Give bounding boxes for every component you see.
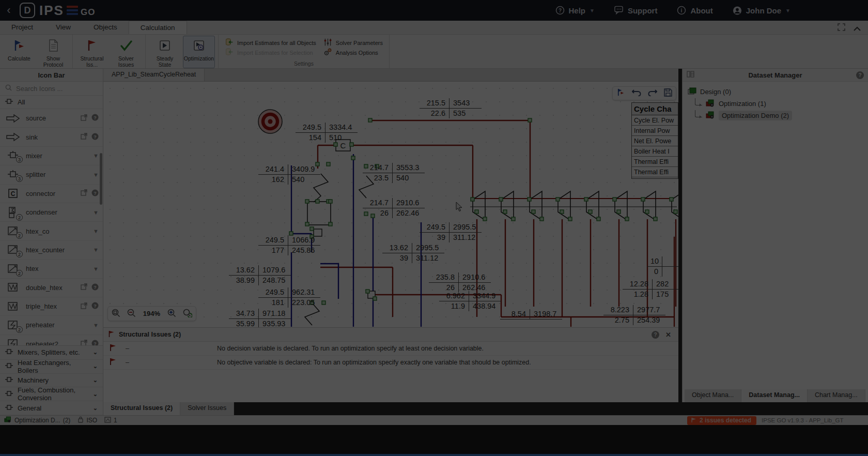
menu-tab-calculation[interactable]: Calculation <box>129 21 187 34</box>
show-protocol-button[interactable]: Show Protocol <box>37 36 69 68</box>
sidebar-item-connector[interactable]: Cconnector? <box>0 185 103 203</box>
search-icons-input[interactable]: Search Icons ... <box>0 82 103 96</box>
sidebar-item-condenser[interactable]: 2condenser▼ <box>0 203 103 222</box>
sidebar-category-mixers-splitters-etc-[interactable]: Mixers, Splitters, etc.⌄ <box>0 346 103 360</box>
sidebar-item-splitter[interactable]: 3splitter▼ <box>0 165 103 184</box>
menu-tab-view[interactable]: View <box>44 21 82 34</box>
zoom-in-icon[interactable] <box>167 309 176 319</box>
fullscreen-icon[interactable] <box>838 23 845 33</box>
chevron-down-icon[interactable]: ▼ <box>93 153 99 159</box>
redo-icon[interactable] <box>648 88 657 98</box>
chevron-down-icon[interactable]: ▼ <box>93 228 99 234</box>
sidebar-item-sink[interactable]: sink? <box>0 128 103 146</box>
save-icon[interactable] <box>664 88 672 99</box>
tab-chart-manag-[interactable]: Chart Manag... <box>808 389 865 402</box>
optimization-button[interactable]: Optimization <box>183 36 215 68</box>
sidebar-category-fuels-combustion-conversion[interactable]: Fuels, Combustion, Conversion⌄ <box>0 387 103 401</box>
chevron-down-icon[interactable]: ▼ <box>93 209 99 216</box>
sidebar-item-triple_htex[interactable]: triple_htex? <box>0 297 103 316</box>
sidebar-item-label: preheater <box>26 321 93 329</box>
menu-tab-objects[interactable]: Objects <box>82 21 129 34</box>
panel-toggle-icon[interactable] <box>687 70 694 80</box>
zoom-out-icon[interactable] <box>127 309 136 319</box>
sidebar-item-htex[interactable]: 2htex▼ <box>0 260 103 278</box>
sidebar-item-all[interactable]: All <box>0 96 103 109</box>
sidebar-item-preheater2[interactable]: preheater2? <box>0 335 103 345</box>
analysis-options-button[interactable]: Analysis Options <box>323 48 383 57</box>
tab-object-mana-[interactable]: Object Mana... <box>685 389 741 402</box>
undo-icon[interactable] <box>632 88 641 98</box>
help-icon[interactable]: ? <box>91 302 99 311</box>
nav-item-help[interactable]: ?Help▼ <box>555 6 595 15</box>
open-in-new-icon[interactable] <box>81 189 87 197</box>
zoom-level[interactable]: 194% <box>143 310 160 317</box>
optimize-icon <box>192 39 206 53</box>
tree-node-optimization-demo-2-[interactable]: Optimization Demo (2) <box>693 110 865 121</box>
issues-badge-label: 2 issues detected <box>700 417 751 424</box>
right-panel-tabs: Object Mana...Dataset Manag...Chart Mana… <box>685 389 865 402</box>
nav-label: John Doe <box>746 6 781 15</box>
tree-node-design-0-[interactable]: Design (0) <box>686 86 865 98</box>
tree-node-optimization-1-[interactable]: Optimization (1) <box>693 98 865 110</box>
open-in-new-icon[interactable] <box>81 133 87 141</box>
help-icon[interactable]: ? <box>91 133 99 142</box>
calculate-button[interactable]: Calculate <box>3 36 35 68</box>
chevron-down-icon[interactable]: ▼ <box>93 266 99 272</box>
issues-panel-header: Structural Issues (2) ? ✕ <box>103 328 678 342</box>
cycle-chart-row: Internal Pow <box>632 126 678 136</box>
sidebar-category-heat-exchangers-boilers[interactable]: Heat Exchangers, Boilers⌄ <box>0 360 103 374</box>
open-in-new-icon[interactable] <box>81 114 87 123</box>
sidebar-item-htex_counter[interactable]: 2htex_counter▼ <box>0 241 103 260</box>
sidebar-category-general[interactable]: General⌄ <box>0 401 103 415</box>
help-icon[interactable]: ? <box>652 331 659 339</box>
help-icon[interactable]: ? <box>91 189 99 198</box>
open-in-new-icon[interactable] <box>81 283 87 292</box>
structural-iss--button[interactable]: Structural Iss... <box>76 36 108 68</box>
sidebar-category-machinery[interactable]: Machinery⌄ <box>0 374 103 388</box>
status-item-1[interactable]: 1 <box>104 417 117 424</box>
app-header: ‹ D IPS GO ?Help▼SupportiAboutJohn Doe▼ <box>0 0 868 21</box>
issues-detected-badge[interactable]: 2 issues detected <box>687 416 756 425</box>
chevron-down-icon[interactable]: ▼ <box>93 172 99 178</box>
app-logo-icon: D <box>20 3 35 18</box>
status-item-optimization-d-[interactable]: Optimization D...(2) <box>4 416 70 424</box>
tab-structural-issues-2-[interactable]: Structural Issues (2) <box>103 402 180 415</box>
collapse-ribbon-icon[interactable] <box>854 24 861 33</box>
scrollbar-thumb[interactable] <box>100 153 102 205</box>
source-icon <box>4 114 22 123</box>
chevron-down-icon[interactable]: ▼ <box>93 247 99 253</box>
chevron-down-icon: ⌄ <box>93 363 98 370</box>
nav-item-about[interactable]: iAbout <box>677 6 712 15</box>
help-icon[interactable]: ? <box>91 114 99 123</box>
sidebar-item-mixer[interactable]: 3mixer▼ <box>0 147 103 165</box>
steady-state-button[interactable]: Steady State <box>149 36 181 68</box>
open-in-new-icon[interactable] <box>81 302 87 311</box>
solver-issues-button[interactable]: Solver Issues <box>110 36 142 68</box>
issues-flag-icon[interactable] <box>616 88 625 99</box>
sidebar-item-preheater[interactable]: 2preheater▼ <box>0 316 103 335</box>
status-item-iso[interactable]: ISO <box>78 416 97 424</box>
flowsheet-canvas[interactable]: C Cycle ChaCycle El. PowInternal PowNet … <box>103 82 678 327</box>
nav-item-john-doe[interactable]: John Doe▼ <box>733 6 791 15</box>
open-in-new-icon[interactable] <box>81 340 87 345</box>
zoom-reset-icon[interactable] <box>183 309 192 319</box>
tab-flowsheet[interactable]: APP_Lib_SteamCycleReheat <box>103 69 205 81</box>
help-icon[interactable]: ? <box>91 283 99 292</box>
stream-values: 241.43409.9162540 <box>258 164 320 185</box>
tab-solver-issues[interactable]: Solver Issues <box>180 402 234 415</box>
solver-parameters-button[interactable]: Solver Parameters <box>323 38 383 48</box>
sidebar-item-source[interactable]: source? <box>0 109 103 128</box>
tab-dataset-manag-[interactable]: Dataset Manag... <box>741 389 808 402</box>
close-icon[interactable]: ✕ <box>663 331 673 339</box>
back-button[interactable]: ‹ <box>0 4 18 17</box>
zoom-fit-icon[interactable] <box>112 309 120 319</box>
import-estimates-for-all-objects-button[interactable]: Import Estimates for all Objects <box>225 38 316 48</box>
nav-item-support[interactable]: Support <box>614 6 658 15</box>
help-icon[interactable]: ? <box>856 71 864 79</box>
sidebar-item-htex_co[interactable]: 2htex_co▼ <box>0 222 103 240</box>
chevron-down-icon[interactable]: ▼ <box>93 322 99 328</box>
stream-value: 249.5 <box>258 287 288 298</box>
menu-tab-project[interactable]: Project <box>0 21 44 34</box>
sidebar-item-double_htex[interactable]: double_htex? <box>0 279 103 297</box>
help-icon[interactable]: ? <box>91 340 99 345</box>
